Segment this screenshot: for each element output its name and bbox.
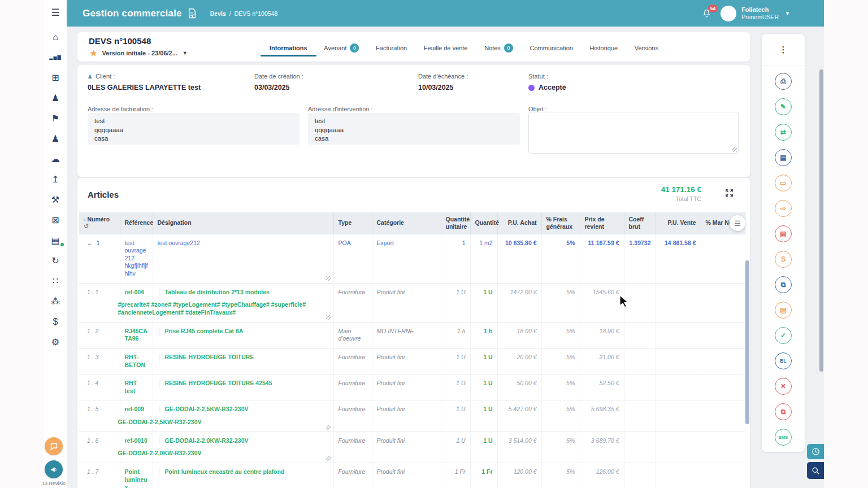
object-field[interactable] bbox=[528, 112, 739, 154]
resize-grip[interactable] bbox=[732, 147, 737, 152]
tab-avenant[interactable]: Avenant0 bbox=[323, 33, 360, 60]
cell-frais[interactable]: 5% bbox=[541, 400, 580, 432]
cell-frais[interactable]: 5% bbox=[541, 463, 580, 488]
tab-facturation[interactable]: Facturation bbox=[375, 34, 408, 59]
cell-pua[interactable]: 1472.00 € bbox=[497, 283, 541, 322]
cell-qu[interactable]: 1 h bbox=[441, 322, 470, 348]
reset-order-icon[interactable]: ↺ bbox=[84, 223, 89, 229]
action-delivery-note-button[interactable]: BL bbox=[775, 352, 792, 369]
column-header[interactable]: Type bbox=[333, 212, 372, 234]
table-scrollbar[interactable] bbox=[745, 260, 749, 424]
cell-pua[interactable]: 50.00 € bbox=[497, 374, 541, 400]
sidebar-item-organization[interactable]: ⁂ bbox=[49, 295, 62, 308]
sidebar-item-statistics[interactable]: ▂▅▇ bbox=[49, 51, 62, 64]
action-print-button[interactable]: ⎙ bbox=[775, 73, 792, 90]
cell-pr[interactable]: 1545.60 € bbox=[580, 283, 624, 322]
cell-cat[interactable]: Produit fini bbox=[372, 400, 441, 432]
sidebar-item-construction[interactable]: ↥ bbox=[49, 173, 62, 186]
cell-coeff[interactable] bbox=[624, 348, 656, 374]
cell-ref[interactable]: RHT test bbox=[120, 374, 153, 400]
cell-puv[interactable] bbox=[656, 283, 701, 322]
cell-coeff[interactable] bbox=[624, 463, 656, 488]
cell-pr[interactable]: 5 698.35 € bbox=[580, 400, 624, 432]
column-header[interactable]: Référence bbox=[120, 212, 153, 234]
announcement-fab-button[interactable] bbox=[45, 460, 63, 478]
cell-q[interactable]: 1 U bbox=[470, 283, 497, 322]
cell-pua[interactable]: 5 427.00 € bbox=[497, 400, 541, 432]
column-header[interactable]: Coeff brut bbox=[624, 212, 656, 234]
cell-desig[interactable]: RESINE HYDROFUGE TOITURE 42545 bbox=[153, 374, 333, 400]
sidebar-item-calendar[interactable]: ⊞ bbox=[49, 71, 62, 84]
cell-frais[interactable]: 5% bbox=[541, 348, 580, 374]
sidebar-item-modules[interactable]: ∷ bbox=[49, 274, 62, 287]
cell-pua[interactable]: 10 635.80 € bbox=[497, 234, 541, 283]
cell-pua[interactable]: 120.00 € bbox=[497, 463, 541, 488]
sidebar-item-clients[interactable]: ♟ bbox=[49, 91, 62, 104]
cell-ref[interactable]: ref-0010 bbox=[120, 432, 153, 463]
cell-type[interactable]: Fourniture bbox=[333, 348, 372, 374]
page-scrollbar[interactable] bbox=[819, 69, 823, 372]
cell-desig[interactable]: Point lumineux encastré au centre plafon… bbox=[153, 463, 333, 488]
cell-num[interactable]: 1 . 2 bbox=[79, 322, 120, 348]
search-button[interactable] bbox=[807, 462, 824, 479]
article-row[interactable]: ⌄1test ouvrage212 hkgfjlhfljfhlhvtest ou… bbox=[79, 234, 745, 283]
action-convert-ouvrage-button[interactable]: ⇄ bbox=[775, 124, 792, 141]
cell-coeff[interactable] bbox=[624, 400, 656, 432]
sidebar-item-sync[interactable]: ↻ bbox=[49, 254, 62, 267]
chat-fab-button[interactable] bbox=[45, 437, 63, 455]
cell-q[interactable]: 1 U bbox=[470, 400, 497, 432]
column-header[interactable]: › Numéro ↺ bbox=[79, 212, 120, 234]
cell-ref[interactable]: ref-009 bbox=[120, 400, 153, 432]
column-header[interactable]: P.U. Vente bbox=[656, 212, 701, 234]
resize-grip[interactable] bbox=[326, 315, 331, 320]
user-menu[interactable]: Foliatech PrenomUSER ▼ bbox=[721, 6, 790, 21]
fullscreen-button[interactable] bbox=[724, 188, 734, 198]
cell-coeff[interactable] bbox=[624, 432, 656, 463]
notifications-button[interactable]: 54 bbox=[702, 8, 711, 19]
action-document-image-button[interactable]: ▤ bbox=[775, 302, 792, 319]
cell-marge[interactable] bbox=[701, 348, 745, 374]
cell-marge[interactable] bbox=[701, 322, 745, 348]
cell-marge[interactable] bbox=[701, 432, 745, 463]
cell-coeff[interactable] bbox=[624, 374, 656, 400]
sidebar-item-home[interactable]: ⌂ bbox=[49, 30, 62, 43]
column-header[interactable]: % Frais généraux bbox=[541, 212, 580, 234]
cell-qu[interactable]: 1 U bbox=[441, 374, 470, 400]
breadcrumb-section[interactable]: Devis bbox=[210, 10, 226, 17]
version-selector[interactable]: ★ Version initiale - 23/06/2... ▼ bbox=[90, 49, 188, 58]
tab-informations[interactable]: Informations bbox=[268, 34, 309, 59]
cell-qu[interactable]: 1 U bbox=[441, 400, 470, 432]
cell-pr[interactable]: 52.50 € bbox=[580, 374, 624, 400]
cell-cat[interactable]: Produit fini bbox=[372, 432, 441, 463]
cell-pr[interactable]: 18.90 € bbox=[580, 322, 624, 348]
cell-desig[interactable]: GE-DODAI-2-2,5KW-R32-230VGE-DODAI-2-2,5K… bbox=[153, 400, 333, 432]
cell-marge[interactable] bbox=[701, 234, 745, 283]
cell-frais[interactable]: 5% bbox=[541, 374, 580, 400]
cell-puv[interactable]: 14 861.58 € bbox=[656, 234, 701, 283]
sidebar-item-finance[interactable]: $ bbox=[49, 315, 62, 328]
cell-pr[interactable]: 11 167.59 € bbox=[580, 234, 624, 283]
sidebar-item-projects[interactable]: ⚑ bbox=[49, 112, 62, 125]
article-row[interactable]: 1 . 7Point lumineux encastré au centre p… bbox=[79, 463, 745, 488]
cell-ref[interactable]: RJ45CATA96 bbox=[120, 322, 153, 348]
column-header[interactable]: Prix de revient bbox=[580, 212, 624, 234]
cell-frais[interactable]: 5% bbox=[541, 322, 580, 348]
action-create-document-button[interactable]: ▤ bbox=[775, 149, 792, 166]
intervention-address-field[interactable]: test qqqqaaaa casa bbox=[308, 113, 520, 145]
cell-puv[interactable] bbox=[656, 348, 701, 374]
cell-qu[interactable]: 1 bbox=[441, 234, 470, 283]
sidebar-item-settings[interactable]: ⚙ bbox=[49, 336, 62, 348]
column-header[interactable]: P.U. Achat bbox=[497, 212, 541, 234]
cell-qu[interactable]: 1 Fr bbox=[441, 463, 470, 488]
cell-num[interactable]: 1 . 1 bbox=[79, 283, 120, 322]
article-row[interactable]: 1 . 4RHT testRESINE HYDROFUGE TOITURE 42… bbox=[79, 374, 745, 400]
cell-q[interactable]: 1 U bbox=[470, 432, 497, 463]
column-header[interactable]: Désignation bbox=[153, 212, 333, 234]
action-validate-document-button[interactable]: ✓ bbox=[775, 327, 792, 344]
cell-pua[interactable]: 18.00 € bbox=[497, 322, 541, 348]
cell-marge[interactable] bbox=[701, 283, 745, 322]
article-row[interactable]: 1 . 2RJ45CATA96Prise RJ45 complète Cat 6… bbox=[79, 322, 745, 348]
cell-q[interactable]: 1 h bbox=[470, 322, 497, 348]
cell-puv[interactable] bbox=[656, 400, 701, 432]
article-row[interactable]: 1 . 3RHT-BETONRESINE HYDROFUGE TOITUREFo… bbox=[79, 348, 745, 374]
